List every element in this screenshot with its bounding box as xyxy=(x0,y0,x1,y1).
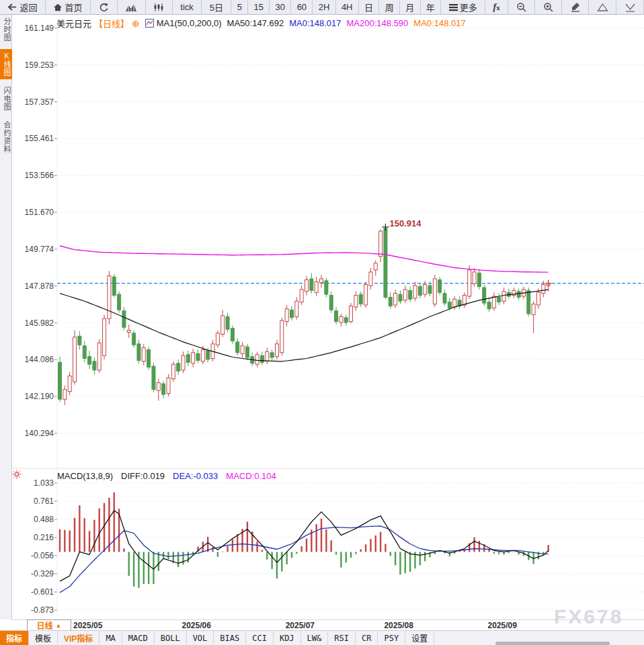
tab-ma[interactable]: MA xyxy=(99,631,122,645)
x-axis-month-label: 2025/09 xyxy=(488,621,517,630)
toolbar-home-button[interactable]: 首页 xyxy=(46,0,91,14)
top-toolbar: 返回首页tick5日51530602H4H日周月年更多fx xyxy=(0,0,644,15)
toolbar-interval-60min-button[interactable]: 60 xyxy=(291,0,313,14)
price-axis-label: 155.461 xyxy=(12,134,54,143)
macd-axis-label: -0.056 xyxy=(12,551,54,560)
toolbar-interval-year-button[interactable]: 年 xyxy=(421,0,442,14)
toolbar-interval-5day-button[interactable]: 5日 xyxy=(202,0,231,14)
x-axis-month-label: 2025/07 xyxy=(286,621,315,630)
macd-axis-label: -0.873 xyxy=(12,605,54,615)
macd-axis-label: 0.216 xyxy=(12,533,54,542)
tab-psy[interactable]: PSY xyxy=(378,631,405,645)
toolbar-interval-30min-button[interactable]: 30 xyxy=(270,0,291,14)
toolbar-line-chart-button[interactable] xyxy=(118,0,146,14)
price-axis-label: 147.878 xyxy=(12,282,54,291)
sidebar-item-contract-info[interactable]: 合约资料 xyxy=(0,118,12,156)
tab-kdj[interactable]: KDJ xyxy=(274,631,301,645)
macd-axis-label: -0.329 xyxy=(12,569,54,578)
price-axis-label: 159.253 xyxy=(12,60,54,70)
toolbar-interval-5min-button[interactable]: 5 xyxy=(231,0,248,14)
sidebar-item-lightning-chart[interactable]: 闪电图 xyxy=(0,84,12,114)
toolbar-interval-day-button[interactable]: 日 xyxy=(359,0,380,14)
toolbar-interval-4h-button-label: 4H xyxy=(341,2,353,12)
toolbar-more-button-label: 更多 xyxy=(460,1,477,13)
price-axis-label: 140.294 xyxy=(12,429,54,438)
tab-vip-indicator[interactable]: VIP指标 xyxy=(58,631,99,645)
sidebar-item-kline-chart[interactable]: K线图 xyxy=(0,49,12,79)
toolbar-interval-week-button-label: 周 xyxy=(385,1,394,13)
x-axis-month-label: 2025/08 xyxy=(384,621,413,630)
tab-indicator[interactable]: 指标 xyxy=(0,631,29,645)
toolbar-expand-up-button[interactable] xyxy=(589,0,616,14)
toolbar-more-button[interactable]: 更多 xyxy=(441,0,485,14)
toolbar-zoom-out-button[interactable] xyxy=(508,0,535,14)
toolbar-interval-15min-button[interactable]: 15 xyxy=(248,0,270,14)
toolbar-back-button-label: 返回 xyxy=(19,1,37,13)
price-axis-label: 157.357 xyxy=(12,97,54,107)
horizontal-scrollbar[interactable] xyxy=(495,642,610,645)
price-axis-label: 151.670 xyxy=(12,208,54,217)
price-macd-plot[interactable] xyxy=(12,15,644,618)
tab-macd[interactable]: MACD xyxy=(122,631,155,645)
toolbar-interval-month-button-label: 月 xyxy=(405,1,414,13)
period-selector-label: 日线 xyxy=(37,619,53,631)
toolbar-interval-15min-button-label: 15 xyxy=(254,2,264,12)
sidebar-item-time-chart[interactable]: 分时图 xyxy=(0,15,12,44)
toolbar-interval-month-button[interactable]: 月 xyxy=(400,0,421,14)
x-axis-month-label: 2025/06 xyxy=(182,621,211,630)
macd-axis-label: -0.601 xyxy=(12,587,54,597)
price-axis-label: 153.566 xyxy=(12,171,54,180)
toolbar-interval-5day-button-label: 5日 xyxy=(210,1,223,13)
macd-axis-label: 0.761 xyxy=(12,497,54,506)
toolbar-home-button-label: 首页 xyxy=(65,1,82,13)
tab-boll[interactable]: BOLL xyxy=(155,631,187,645)
x-axis-strip: 日线 ▲ 2025/052025/062025/072025/082025/09 xyxy=(12,619,644,630)
toolbar-indicator-fx-button[interactable]: fx xyxy=(485,0,508,14)
toolbar-interval-week-button[interactable]: 周 xyxy=(379,0,400,14)
toolbar-candle-chart-button[interactable] xyxy=(146,0,173,14)
tab-rsi[interactable]: RSI xyxy=(328,631,356,645)
chart-region[interactable]: 美元日元 【日线】 ⊕ MA1(50,0,200,0) MA50:147.692… xyxy=(12,15,644,619)
toolbar-interval-2h-button[interactable]: 2H xyxy=(313,0,335,14)
toolbar-interval-day-button-label: 日 xyxy=(364,1,373,13)
toolbar-interval-2h-button-label: 2H xyxy=(319,2,330,12)
macd-axis-label: 1.033 xyxy=(12,478,54,488)
tab-settings[interactable]: 设置 xyxy=(405,631,434,645)
toolbar-back-button[interactable]: 返回 xyxy=(0,0,46,14)
toolbar-interval-year-button-label: 年 xyxy=(426,1,435,13)
tab-template[interactable]: 模板 xyxy=(29,631,58,645)
period-selector-arrow-icon: ▲ xyxy=(56,622,62,629)
price-axis-label: 145.982 xyxy=(12,318,54,328)
toolbar-draw-button[interactable] xyxy=(562,0,589,14)
tab-lw[interactable]: LW& xyxy=(301,631,329,645)
tab-cr[interactable]: CR xyxy=(356,631,378,645)
tab-vol[interactable]: VOL xyxy=(187,631,214,645)
toolbar-zoom-in-button[interactable] xyxy=(535,0,562,14)
macd-axis-label: 0.488 xyxy=(12,515,54,524)
price-axis-label: 161.149 xyxy=(12,24,54,33)
price-axis-label: 149.774 xyxy=(12,245,54,254)
toolbar-interval-30min-button-label: 30 xyxy=(276,2,285,12)
toolbar-refresh-button[interactable] xyxy=(91,0,118,14)
toolbar-collapse-down-button[interactable] xyxy=(616,0,644,14)
tab-cci[interactable]: CCI xyxy=(246,631,274,645)
toolbar-interval-4h-button[interactable]: 4H xyxy=(336,0,359,14)
toolbar-interval-tick-button[interactable]: tick xyxy=(173,0,202,14)
x-axis-month-label: 2025/05 xyxy=(73,621,102,630)
period-selector[interactable]: 日线 ▲ xyxy=(27,619,71,631)
fx678-watermark: FX678 xyxy=(554,605,623,628)
tab-bias[interactable]: BIAS xyxy=(214,631,246,645)
toolbar-interval-5min-button-label: 5 xyxy=(237,2,242,12)
chart-type-sidebar: 分时图K线图闪电图合约资料 xyxy=(0,15,12,619)
price-axis-label: 142.190 xyxy=(12,392,54,401)
price-axis-label: 144.086 xyxy=(12,355,54,364)
toolbar-interval-60min-button-label: 60 xyxy=(297,2,307,12)
toolbar-interval-tick-button-label: tick xyxy=(180,2,194,12)
